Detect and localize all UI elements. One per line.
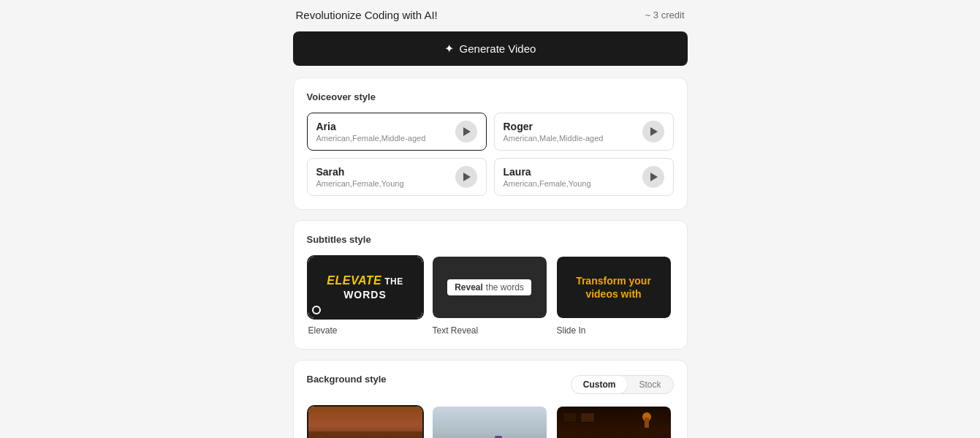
main-content: Revolutionize Coding with AI! ~ 3 credit… bbox=[293, 0, 688, 438]
voice-option-sarah[interactable]: Sarah American,Female,Young bbox=[307, 158, 487, 196]
slide-in-line2: videos with bbox=[576, 287, 651, 301]
slide-in-preview: Transform your videos with bbox=[557, 257, 671, 318]
elevate-yellow-text: ELEVATE bbox=[327, 274, 381, 287]
voice-name-aria: Aria bbox=[316, 121, 426, 132]
elevate-line2: WORDS bbox=[343, 289, 387, 301]
generate-video-button[interactable]: ✦ Generate Video bbox=[293, 31, 688, 66]
play-icon-sarah bbox=[463, 173, 471, 181]
play-icon-aria bbox=[463, 127, 471, 136]
bg-thumbnails bbox=[307, 405, 674, 438]
subtitles-label: Subtitles style bbox=[307, 234, 674, 245]
voiceover-grid: Aria American,Female,Middle-aged Roger A… bbox=[307, 113, 674, 196]
voiceover-label: Voiceover style bbox=[307, 91, 674, 102]
voice-name-roger: Roger bbox=[504, 121, 604, 132]
play-button-laura[interactable] bbox=[642, 166, 664, 188]
voiceover-section: Voiceover style Aria American,Female,Mid… bbox=[293, 78, 688, 210]
voice-option-aria[interactable]: Aria American,Female,Middle-aged bbox=[307, 113, 487, 151]
reveal-rest: the words bbox=[486, 282, 524, 292]
background-header: Background style Custom Stock bbox=[307, 374, 674, 395]
sparkle-icon: ✦ bbox=[444, 42, 454, 56]
generate-button-label: Generate Video bbox=[460, 42, 536, 55]
play-button-sarah[interactable] bbox=[455, 166, 477, 188]
play-icon-roger bbox=[650, 127, 658, 136]
elevate-white-text: THE bbox=[384, 276, 403, 287]
voice-desc-sarah: American,Female,Young bbox=[316, 179, 404, 188]
toggle-stock[interactable]: Stock bbox=[627, 376, 672, 393]
subtitle-label-slide-in: Slide In bbox=[557, 325, 674, 336]
pixel-leap-preview bbox=[308, 407, 422, 438]
background-label: Background style bbox=[307, 374, 387, 385]
svg-marker-3 bbox=[650, 173, 658, 181]
top-bar: Revolutionize Coding with AI! ~ 3 credit bbox=[293, 9, 688, 21]
cube-chase-preview bbox=[557, 407, 671, 438]
page-wrapper: Revolutionize Coding with AI! ~ 3 credit… bbox=[0, 0, 980, 438]
svg-marker-2 bbox=[463, 173, 471, 181]
subtitle-option-slide-in[interactable]: Transform your videos with bbox=[555, 255, 672, 320]
subtitle-label-row: Elevate Text Reveal Slide In bbox=[307, 325, 674, 336]
svg-marker-1 bbox=[650, 127, 658, 136]
subtitle-option-text-reveal[interactable]: Reveal the words bbox=[431, 255, 548, 320]
selected-dot-elevate bbox=[312, 306, 321, 314]
subtitles-section: Subtitles style ELEVATE THE WORDS bbox=[293, 220, 688, 350]
subtitles-scroll-area: ELEVATE THE WORDS Reveal the words bbox=[307, 255, 674, 320]
text-reveal-preview: Reveal the words bbox=[433, 257, 547, 318]
background-toggle-group: Custom Stock bbox=[571, 375, 674, 394]
voice-option-laura[interactable]: Laura American,Female,Young bbox=[494, 158, 674, 196]
voice-desc-aria: American,Female,Middle-aged bbox=[316, 134, 426, 143]
bg-thumb-pixel-leap[interactable] bbox=[307, 405, 424, 438]
voice-desc-laura: American,Female,Young bbox=[504, 179, 591, 188]
bg-thumb-cube-chase[interactable] bbox=[555, 405, 672, 438]
voice-desc-roger: American,Male,Middle-aged bbox=[504, 134, 604, 143]
page-title: Revolutionize Coding with AI! bbox=[296, 9, 438, 21]
subtitle-label-text-reveal: Text Reveal bbox=[433, 325, 550, 336]
voice-option-roger[interactable]: Roger American,Male,Middle-aged bbox=[494, 113, 674, 151]
dash-quest-preview bbox=[433, 407, 547, 438]
slide-in-line1: Transform your bbox=[576, 274, 651, 287]
elevate-preview: ELEVATE THE WORDS bbox=[308, 257, 422, 318]
play-button-roger[interactable] bbox=[642, 121, 664, 143]
toggle-custom[interactable]: Custom bbox=[571, 376, 628, 393]
play-icon-laura bbox=[650, 173, 658, 181]
voice-name-sarah: Sarah bbox=[316, 166, 404, 178]
subtitle-label-elevate: Elevate bbox=[308, 325, 425, 336]
reveal-word: Reveal bbox=[455, 282, 483, 292]
play-button-aria[interactable] bbox=[455, 121, 477, 143]
credit-info: ~ 3 credit bbox=[645, 10, 685, 20]
background-section: Background style Custom Stock bbox=[293, 360, 688, 438]
bg-thumb-dash-quest[interactable] bbox=[431, 405, 548, 438]
svg-marker-0 bbox=[463, 127, 471, 136]
voice-name-laura: Laura bbox=[504, 166, 591, 178]
subtitle-option-elevate[interactable]: ELEVATE THE WORDS bbox=[307, 255, 424, 320]
